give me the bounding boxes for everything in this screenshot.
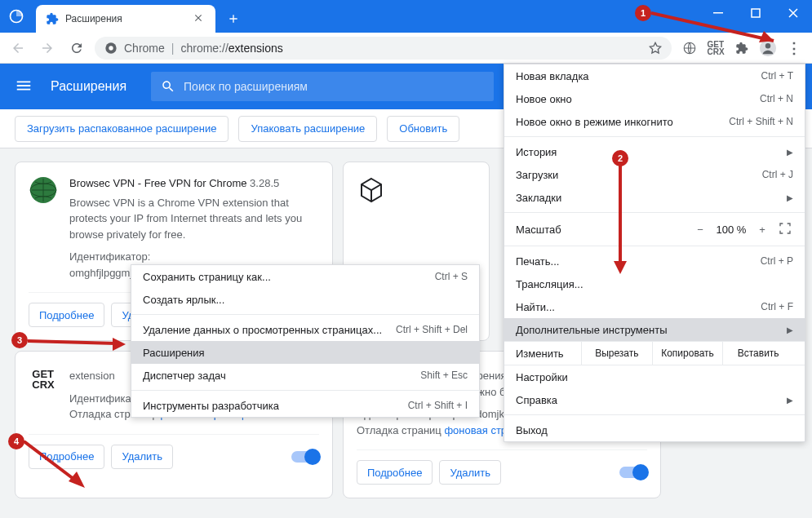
page-title: Расширения	[51, 79, 126, 94]
menu-find[interactable]: Найти...Ctrl + F	[504, 295, 805, 318]
menu-exit[interactable]: Выход	[504, 418, 805, 441]
submenu-extensions[interactable]: Расширения	[131, 341, 479, 364]
card-version: 3.28.5	[250, 177, 279, 189]
update-button[interactable]: Обновить	[387, 116, 459, 142]
annotation-arrow-2	[610, 160, 635, 282]
more-tools-submenu: Сохранить страницу как...Ctrl + S Создат…	[131, 264, 480, 418]
remove-button[interactable]: Удалить	[439, 460, 501, 485]
annotation-badge-1: 1	[635, 5, 651, 21]
remove-button[interactable]: Удалить	[111, 445, 173, 469]
hamburger-icon[interactable]	[15, 77, 34, 96]
tab-title: Расширения	[65, 13, 186, 24]
menu-new-tab[interactable]: Новая вкладкаCtrl + T	[504, 64, 805, 87]
svg-point-4	[109, 46, 113, 50]
search-wrap[interactable]	[151, 72, 494, 101]
chrome-menu: Новая вкладкаCtrl + T Новое окноCtrl + N…	[504, 64, 805, 442]
search-icon	[161, 79, 175, 94]
close-tab-icon[interactable]	[193, 12, 206, 25]
menu-more-tools[interactable]: Дополнительные инструменты▶	[504, 318, 805, 341]
browser-tab[interactable]: Расширения	[36, 5, 215, 33]
reload-button[interactable]	[65, 37, 88, 60]
app-icon	[0, 0, 33, 33]
menu-new-window[interactable]: Новое окноCtrl + N	[504, 87, 805, 110]
annotation-arrow-1	[651, 5, 798, 54]
paste-button[interactable]: Вставить	[722, 342, 793, 365]
annotation-arrow-3	[28, 331, 134, 356]
fullscreen-icon[interactable]	[779, 222, 793, 237]
submenu-task-manager[interactable]: Диспетчер задачShift + Esc	[131, 364, 479, 387]
enable-toggle[interactable]	[291, 451, 319, 463]
url-path: extensions	[229, 42, 283, 55]
new-tab-button[interactable]	[222, 7, 245, 30]
cut-button[interactable]: Вырезать	[581, 342, 652, 365]
svg-marker-17	[69, 472, 85, 488]
extension-icon	[46, 12, 59, 25]
zoom-value: 100 %	[712, 224, 751, 236]
browsec-icon	[29, 175, 58, 205]
omnibox-label: Chrome	[124, 42, 165, 55]
menu-help[interactable]: Справка▶	[504, 388, 805, 411]
svg-line-14	[28, 341, 116, 343]
submenu-dev-tools[interactable]: Инструменты разработчикаCtrl + Shift + I	[131, 394, 479, 417]
back-button[interactable]	[7, 37, 29, 60]
svg-line-10	[651, 13, 774, 41]
url-scheme: chrome://	[180, 42, 228, 55]
search-input[interactable]	[184, 80, 484, 93]
svg-marker-15	[113, 338, 126, 351]
svg-marker-13	[614, 261, 627, 274]
zoom-out-button[interactable]: −	[689, 224, 712, 236]
submenu-create-shortcut[interactable]: Создать ярлык...	[131, 288, 479, 311]
menu-edit-row: Изменить Вырезать Копировать Вставить	[504, 341, 805, 365]
submenu-clear-data[interactable]: Удаление данных о просмотренных страница…	[131, 318, 479, 341]
annotation-badge-3: 3	[11, 332, 28, 348]
details-button[interactable]: Подробнее	[29, 303, 104, 327]
zoom-in-button[interactable]: +	[751, 224, 774, 236]
menu-history[interactable]: История▶	[504, 140, 805, 163]
menu-cast[interactable]: Трансляция...	[504, 272, 805, 295]
submenu-save-as[interactable]: Сохранить страницу как...Ctrl + S	[131, 265, 479, 288]
annotation-arrow-4	[23, 441, 96, 498]
pack-extension-button[interactable]: Упаковать расширение	[238, 116, 377, 142]
copy-button[interactable]: Копировать	[652, 342, 723, 365]
forward-button[interactable]	[36, 37, 59, 60]
menu-print[interactable]: Печать...Ctrl + P	[504, 250, 805, 272]
getcrx-icon: GETCRX	[29, 365, 58, 394]
cube-icon	[357, 175, 386, 205]
menu-incognito[interactable]: Новое окно в режиме инкогнитоCtrl + Shif…	[504, 110, 805, 133]
menu-zoom: Масштаб − 100 % +	[504, 216, 805, 242]
menu-settings[interactable]: Настройки	[504, 365, 805, 388]
menu-bookmarks[interactable]: Закладки▶	[504, 186, 805, 209]
card-title: Browsec VPN - Free VPN for Chrome	[69, 177, 246, 189]
annotation-badge-4: 4	[8, 433, 24, 449]
load-unpacked-button[interactable]: Загрузить распакованное расширение	[15, 116, 229, 142]
details-button[interactable]: Подробнее	[357, 460, 433, 485]
chrome-icon	[104, 42, 118, 55]
svg-line-16	[23, 441, 77, 481]
omnibox[interactable]: Chrome | chrome://extensions	[95, 37, 672, 60]
enable-toggle[interactable]	[619, 467, 647, 478]
annotation-badge-2: 2	[612, 150, 628, 166]
card-description: Browsec VPN is a Chrome VPN extension th…	[69, 195, 319, 243]
menu-downloads[interactable]: ЗагрузкиCtrl + J	[504, 163, 805, 186]
